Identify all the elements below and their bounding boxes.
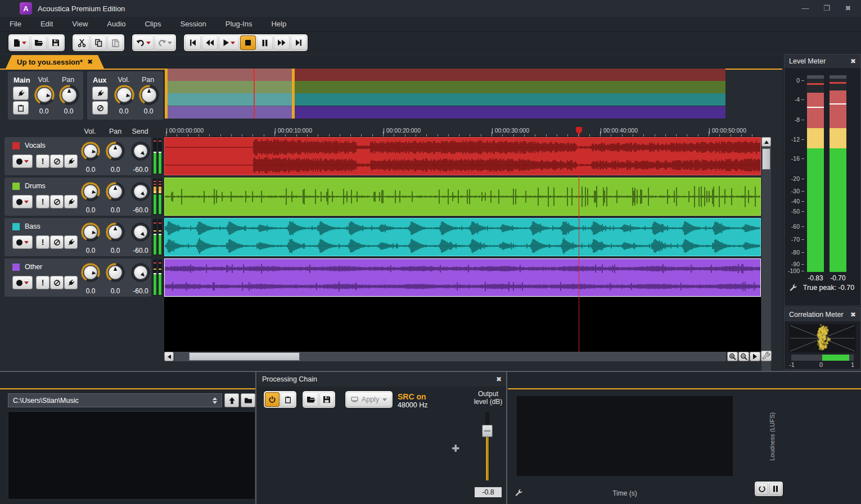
horizontal-scrollbar-thumb[interactable] [189,352,300,361]
go-to-end-button[interactable] [291,35,306,50]
mute-button[interactable] [50,195,64,208]
menu-item-edit[interactable]: Edit [31,17,62,31]
session-tab-close-icon[interactable]: ✖ [87,58,93,66]
track-vol-knob[interactable] [80,181,101,203]
waveform-lane-bass[interactable] [164,218,761,256]
scroll-left-button[interactable] [164,352,174,361]
output-level-slider[interactable] [482,412,492,480]
maximize-button[interactable]: ❐ [818,2,835,14]
solo-button[interactable]: ! [36,235,49,249]
track-vol-knob[interactable] [80,262,101,284]
overview-selection-right-edge[interactable] [292,69,295,119]
browse-folder-button[interactable] [241,393,255,407]
paste-button[interactable] [107,35,123,50]
chain-power-button[interactable] [265,392,280,407]
chain-open-button[interactable] [304,392,318,407]
main-fx-button[interactable] [13,87,29,100]
menu-item-file[interactable]: File [0,17,31,31]
save-button[interactable] [48,35,64,50]
record-arm-button[interactable] [12,195,33,208]
play-button[interactable] [219,35,239,50]
solo-button[interactable]: ! [36,155,49,168]
waveform-lane-drums[interactable] [164,178,761,216]
main-vol-knob[interactable] [34,84,55,107]
undo-button[interactable] [133,35,154,50]
zoom-settings-button[interactable] [761,351,772,361]
track-row-vocals[interactable]: Vocals!0.00.0-60.0 [4,137,151,175]
minimize-button[interactable]: — [797,2,814,14]
zoom-follow-button[interactable] [750,352,760,361]
loudness-reset-button[interactable] [756,483,768,495]
menu-item-view[interactable]: View [62,17,97,31]
track-pan-knob[interactable] [105,141,125,163]
track-send-knob[interactable] [130,262,151,284]
loudness-settings-button[interactable] [515,488,523,498]
new-file-button[interactable] [10,35,30,50]
record-arm-button[interactable] [12,155,33,168]
chain-save-button[interactable] [319,392,334,407]
folder-up-button[interactable] [224,393,239,407]
vertical-scrollbar[interactable] [761,137,771,405]
processing-chain-close-icon[interactable]: ✖ [496,375,502,383]
track-color-swatch[interactable] [12,264,20,271]
waveform-lane-vocals[interactable] [164,137,761,175]
track-color-swatch[interactable] [12,142,20,149]
overview-selection-left-edge[interactable] [165,69,168,119]
solo-button[interactable]: ! [36,195,49,208]
menu-item-audio[interactable]: Audio [97,17,135,31]
mute-button[interactable] [50,276,64,289]
main-pan-knob[interactable] [58,84,80,107]
track-color-swatch[interactable] [12,223,20,230]
fx-button[interactable] [64,276,78,289]
zoom-out-button[interactable] [738,352,749,361]
loudness-pause-button[interactable] [769,483,782,495]
slider-handle[interactable] [482,425,493,437]
menu-item-help[interactable]: Help [262,17,296,31]
track-vol-knob[interactable] [80,141,101,163]
track-send-knob[interactable] [130,222,151,244]
horizontal-scrollbar[interactable] [174,352,726,361]
aux-vol-knob[interactable] [114,84,135,107]
timeline-ruler[interactable]: 00:00:00:00000:00:10:00000:00:20:00000:0… [164,126,761,137]
close-button[interactable]: ✖ [840,2,857,14]
fx-button[interactable] [64,235,78,249]
open-button[interactable] [31,35,47,50]
add-plugin-button[interactable]: ✚ [452,443,459,455]
arrangement-overview[interactable] [165,69,725,119]
mute-button[interactable] [50,155,64,168]
apply-button[interactable]: Apply [346,392,391,407]
track-vol-knob[interactable] [80,222,101,244]
mute-button[interactable] [50,235,64,249]
track-row-drums[interactable]: Drums!0.00.0-60.0 [4,178,151,216]
track-row-bass[interactable]: Bass!0.00.0-60.0 [4,218,151,256]
path-spinner[interactable] [213,397,217,404]
menu-item-session[interactable]: Session [170,17,215,31]
track-pan-knob[interactable] [105,181,125,203]
scroll-up-button[interactable] [761,137,771,147]
correlation-meter-close-icon[interactable]: ✖ [850,311,856,319]
aux-fx-button[interactable] [92,87,108,100]
level-meter-settings-button[interactable] [789,283,797,293]
overview-selection[interactable] [165,69,294,119]
stop-button[interactable] [240,35,256,50]
copy-button[interactable] [91,35,106,50]
aux-null-button[interactable] [92,101,108,115]
pause-button[interactable] [257,35,273,50]
waveform-lane-other[interactable] [164,258,761,297]
fast-forward-button[interactable] [274,35,290,50]
redo-button[interactable] [155,35,175,50]
solo-button[interactable]: ! [36,276,49,289]
track-row-other[interactable]: Other!0.00.0-60.0 [4,258,151,297]
menu-item-plugins[interactable]: Plug-Ins [216,17,262,31]
track-pan-knob[interactable] [105,222,125,244]
record-arm-button[interactable] [12,276,33,289]
record-arm-button[interactable] [12,235,33,249]
session-tab[interactable]: Up to you.session* ✖ [6,55,104,69]
level-meter-close-icon[interactable]: ✖ [850,57,856,65]
zoom-in-button[interactable] [727,352,738,361]
fx-button[interactable] [64,195,78,208]
cut-button[interactable] [74,35,89,50]
aux-pan-knob[interactable] [138,84,160,107]
vertical-scrollbar-thumb[interactable] [762,148,770,170]
track-send-knob[interactable] [130,181,151,203]
